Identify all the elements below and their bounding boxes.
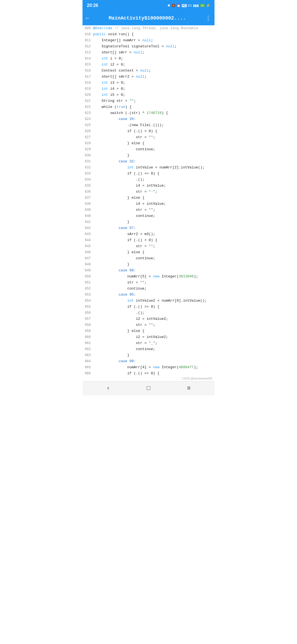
line-content: } else { (93, 249, 215, 255)
line-content: case 32: (93, 159, 215, 165)
line-content: int i = 0; (93, 56, 215, 62)
line-content: } (93, 352, 215, 358)
code-line: 661 str = "_"; (82, 340, 215, 346)
overflow-menu-button[interactable]: ⋮ (205, 15, 211, 22)
line-content: i4 = intValue; (93, 183, 215, 189)
line-number: 618 (82, 80, 93, 86)
line-number: 627 (82, 134, 93, 140)
code-line: 648 } (82, 261, 215, 268)
code-line: 646 } else { (82, 249, 215, 255)
code-line: 609@Override // java.lang.Thread, java.l… (82, 25, 215, 31)
code-line: 622 while (true) { (82, 104, 215, 110)
line-content: while (true) { (93, 104, 215, 110)
line-content: short[] sArr2 = null; (93, 74, 215, 80)
line-number: 609 (82, 25, 93, 31)
code-line: 640 continue; (82, 213, 215, 219)
line-number: 655 (82, 304, 93, 310)
line-number: 620 (82, 92, 93, 98)
line-content: } else { (93, 140, 215, 146)
line-number: 639 (82, 207, 93, 213)
code-line: 614 int i = 0; (82, 56, 215, 62)
line-number: 635 (82, 183, 93, 189)
code-line: 625 .(new File(.())); (82, 122, 215, 128)
line-number: 640 (82, 213, 93, 219)
line-number: 642 (82, 225, 93, 231)
line-number: 666 (82, 370, 93, 376)
line-content: case 26: (93, 116, 215, 122)
line-number: 625 (82, 122, 93, 128)
line-number: 636 (82, 189, 93, 195)
line-content: str = ""; (93, 322, 215, 328)
line-number: 634 (82, 177, 93, 183)
line-number: 617 (82, 74, 93, 80)
line-content: int i4 = 0; (93, 86, 215, 92)
code-line: 621 String str = ""; (82, 98, 215, 104)
line-content: if (.() > 0) { (93, 237, 215, 243)
code-line: 655 if (.() >= 0) { (82, 304, 215, 310)
watermark: CSDN @tianseyiwan008 (82, 376, 215, 381)
line-content: continue; (93, 346, 215, 352)
line-content: if (.() <= 0) { (93, 171, 215, 177)
status-icons: ✱ 🔕 ⏰ HD 5G ▮▮▮ 40 ⚡ (167, 4, 210, 7)
line-content: i4 = intValue; (93, 201, 215, 207)
code-area: 609@Override // java.lang.Thread, java.l… (82, 25, 215, 376)
line-content: int i5 = 0; (93, 92, 215, 98)
code-line: 624 case 26: (82, 116, 215, 122)
line-number: 659 (82, 328, 93, 334)
line-content: numArr[4] = new Integer(4886477); (93, 364, 215, 370)
line-content: str = "_"; (93, 340, 215, 346)
line-number: 637 (82, 195, 93, 201)
line-number: 648 (82, 261, 93, 268)
back-nav-button[interactable]: ‹ (101, 383, 116, 394)
home-nav-button[interactable]: □ (141, 383, 156, 394)
code-line: 619 int i4 = 0; (82, 86, 215, 92)
code-line: 645 str = ""; (82, 243, 215, 249)
line-content: } (93, 152, 215, 159)
recents-nav-button[interactable]: ≡ (182, 383, 196, 394)
line-content: numArr[5] = new Integer(3613046); (93, 274, 215, 280)
line-content: i2 = intValue2; (93, 316, 215, 322)
line-content: public void run() { (93, 31, 215, 37)
title-bar: ← MainActivity$100000002.... ⋮ (82, 11, 215, 25)
code-line: 635 i4 = intValue; (82, 183, 215, 189)
code-line: 653 case 95: (82, 292, 215, 298)
code-line: 642 case 57: (82, 225, 215, 231)
code-line: 652 continue; (82, 286, 215, 292)
line-number: 631 (82, 159, 93, 165)
line-number: 645 (82, 243, 93, 249)
code-line: 659 } else { (82, 328, 215, 334)
back-button[interactable]: ← (86, 15, 89, 22)
code-line: 628 } else { (82, 140, 215, 146)
code-line: 650 numArr[5] = new Integer(3613046); (82, 274, 215, 280)
code-line: 610public void run() { (82, 31, 215, 37)
line-number: 657 (82, 316, 93, 322)
code-line: 629 continue; (82, 146, 215, 152)
signal-icon: ▮▮▮ (193, 4, 199, 7)
code-line: 615 int i2 = 0; (82, 62, 215, 68)
line-number: 654 (82, 298, 93, 304)
code-line: 620 int i5 = 0; (82, 92, 215, 98)
line-number: 661 (82, 340, 93, 346)
line-content: continue; (93, 146, 215, 152)
line-content: continue; (93, 286, 215, 292)
code-line: 664 case 99: (82, 358, 215, 364)
code-line: 633 if (.() <= 0) { (82, 171, 215, 177)
code-line: 644 if (.() > 0) { (82, 237, 215, 243)
code-line: 647 continue; (82, 255, 215, 261)
line-number: 615 (82, 62, 93, 68)
line-content: i2 = intValue2; (93, 334, 215, 340)
network-icon: 5G (188, 4, 192, 7)
code-line: 643 sArr2 = m3(); (82, 231, 215, 237)
line-number: 612 (82, 43, 93, 50)
line-number: 624 (82, 116, 93, 122)
line-number: 626 (82, 128, 93, 134)
code-line: 637 } else { (82, 195, 215, 201)
line-number: 665 (82, 364, 93, 370)
code-line: 654 int intValue2 = numArr[0].intValue()… (82, 298, 215, 304)
line-content: .(new File(.())); (93, 122, 215, 128)
mute-icon: 🔕 (171, 4, 175, 7)
line-number: 613 (82, 50, 93, 56)
line-content: int i2 = 0; (93, 62, 215, 68)
line-content: str = ""; (93, 243, 215, 249)
line-content: } (93, 261, 215, 268)
